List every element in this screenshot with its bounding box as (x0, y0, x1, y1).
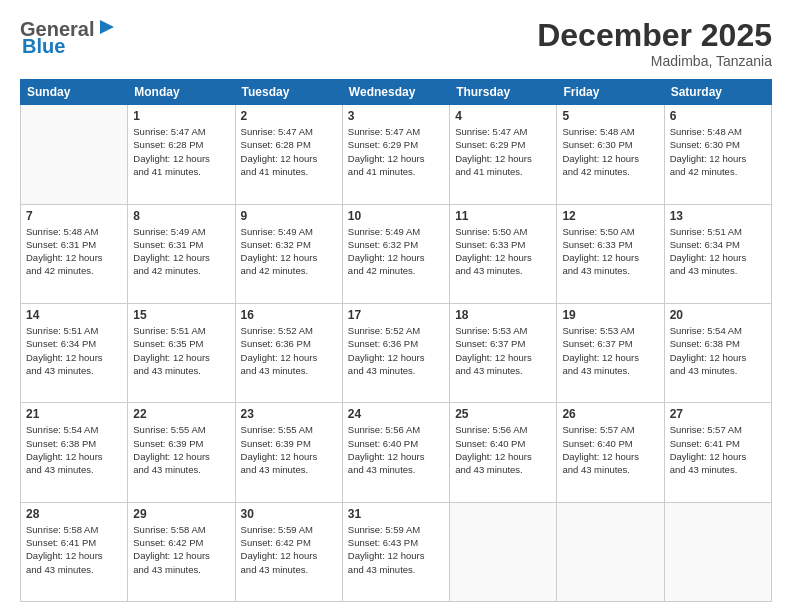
table-row: 22Sunrise: 5:55 AM Sunset: 6:39 PM Dayli… (128, 403, 235, 502)
day-number: 12 (562, 209, 658, 223)
header-sunday: Sunday (21, 80, 128, 105)
table-row: 29Sunrise: 5:58 AM Sunset: 6:42 PM Dayli… (128, 502, 235, 601)
table-row: 28Sunrise: 5:58 AM Sunset: 6:41 PM Dayli… (21, 502, 128, 601)
logo-blue-text: Blue (22, 35, 65, 57)
day-number: 7 (26, 209, 122, 223)
day-number: 16 (241, 308, 337, 322)
day-number: 2 (241, 109, 337, 123)
calendar-week-row: 28Sunrise: 5:58 AM Sunset: 6:41 PM Dayli… (21, 502, 772, 601)
calendar-week-row: 1Sunrise: 5:47 AM Sunset: 6:28 PM Daylig… (21, 105, 772, 204)
calendar-table: Sunday Monday Tuesday Wednesday Thursday… (20, 79, 772, 602)
day-number: 15 (133, 308, 229, 322)
day-number: 1 (133, 109, 229, 123)
calendar-week-row: 14Sunrise: 5:51 AM Sunset: 6:34 PM Dayli… (21, 303, 772, 402)
table-row: 27Sunrise: 5:57 AM Sunset: 6:41 PM Dayli… (664, 403, 771, 502)
table-row: 26Sunrise: 5:57 AM Sunset: 6:40 PM Dayli… (557, 403, 664, 502)
day-info: Sunrise: 5:54 AM Sunset: 6:38 PM Dayligh… (26, 423, 122, 476)
day-number: 5 (562, 109, 658, 123)
table-row (21, 105, 128, 204)
table-row: 19Sunrise: 5:53 AM Sunset: 6:37 PM Dayli… (557, 303, 664, 402)
day-number: 24 (348, 407, 444, 421)
table-row: 13Sunrise: 5:51 AM Sunset: 6:34 PM Dayli… (664, 204, 771, 303)
day-info: Sunrise: 5:49 AM Sunset: 6:32 PM Dayligh… (348, 225, 444, 278)
calendar-header-row: Sunday Monday Tuesday Wednesday Thursday… (21, 80, 772, 105)
table-row: 25Sunrise: 5:56 AM Sunset: 6:40 PM Dayli… (450, 403, 557, 502)
header-thursday: Thursday (450, 80, 557, 105)
table-row: 20Sunrise: 5:54 AM Sunset: 6:38 PM Dayli… (664, 303, 771, 402)
day-number: 8 (133, 209, 229, 223)
day-info: Sunrise: 5:49 AM Sunset: 6:32 PM Dayligh… (241, 225, 337, 278)
day-number: 20 (670, 308, 766, 322)
table-row: 15Sunrise: 5:51 AM Sunset: 6:35 PM Dayli… (128, 303, 235, 402)
table-row: 3Sunrise: 5:47 AM Sunset: 6:29 PM Daylig… (342, 105, 449, 204)
header-tuesday: Tuesday (235, 80, 342, 105)
day-info: Sunrise: 5:51 AM Sunset: 6:34 PM Dayligh… (26, 324, 122, 377)
table-row: 23Sunrise: 5:55 AM Sunset: 6:39 PM Dayli… (235, 403, 342, 502)
day-number: 22 (133, 407, 229, 421)
table-row: 31Sunrise: 5:59 AM Sunset: 6:43 PM Dayli… (342, 502, 449, 601)
day-number: 9 (241, 209, 337, 223)
day-info: Sunrise: 5:48 AM Sunset: 6:30 PM Dayligh… (562, 125, 658, 178)
table-row: 6Sunrise: 5:48 AM Sunset: 6:30 PM Daylig… (664, 105, 771, 204)
day-number: 18 (455, 308, 551, 322)
table-row (450, 502, 557, 601)
day-info: Sunrise: 5:59 AM Sunset: 6:42 PM Dayligh… (241, 523, 337, 576)
day-number: 6 (670, 109, 766, 123)
page: General Blue December 2025 Madimba, Tanz… (0, 0, 792, 612)
day-info: Sunrise: 5:58 AM Sunset: 6:42 PM Dayligh… (133, 523, 229, 576)
day-info: Sunrise: 5:57 AM Sunset: 6:40 PM Dayligh… (562, 423, 658, 476)
day-info: Sunrise: 5:53 AM Sunset: 6:37 PM Dayligh… (455, 324, 551, 377)
month-title: December 2025 (537, 18, 772, 53)
day-number: 31 (348, 507, 444, 521)
day-info: Sunrise: 5:54 AM Sunset: 6:38 PM Dayligh… (670, 324, 766, 377)
day-info: Sunrise: 5:47 AM Sunset: 6:29 PM Dayligh… (348, 125, 444, 178)
table-row: 18Sunrise: 5:53 AM Sunset: 6:37 PM Dayli… (450, 303, 557, 402)
table-row: 1Sunrise: 5:47 AM Sunset: 6:28 PM Daylig… (128, 105, 235, 204)
day-number: 21 (26, 407, 122, 421)
header-friday: Friday (557, 80, 664, 105)
day-info: Sunrise: 5:49 AM Sunset: 6:31 PM Dayligh… (133, 225, 229, 278)
day-info: Sunrise: 5:58 AM Sunset: 6:41 PM Dayligh… (26, 523, 122, 576)
day-info: Sunrise: 5:59 AM Sunset: 6:43 PM Dayligh… (348, 523, 444, 576)
day-info: Sunrise: 5:57 AM Sunset: 6:41 PM Dayligh… (670, 423, 766, 476)
location: Madimba, Tanzania (537, 53, 772, 69)
table-row: 5Sunrise: 5:48 AM Sunset: 6:30 PM Daylig… (557, 105, 664, 204)
day-number: 11 (455, 209, 551, 223)
day-info: Sunrise: 5:51 AM Sunset: 6:34 PM Dayligh… (670, 225, 766, 278)
day-info: Sunrise: 5:56 AM Sunset: 6:40 PM Dayligh… (455, 423, 551, 476)
day-number: 26 (562, 407, 658, 421)
table-row: 11Sunrise: 5:50 AM Sunset: 6:33 PM Dayli… (450, 204, 557, 303)
day-number: 17 (348, 308, 444, 322)
day-info: Sunrise: 5:51 AM Sunset: 6:35 PM Dayligh… (133, 324, 229, 377)
header-saturday: Saturday (664, 80, 771, 105)
table-row: 8Sunrise: 5:49 AM Sunset: 6:31 PM Daylig… (128, 204, 235, 303)
svg-marker-0 (100, 20, 114, 34)
day-info: Sunrise: 5:50 AM Sunset: 6:33 PM Dayligh… (455, 225, 551, 278)
day-number: 19 (562, 308, 658, 322)
day-number: 14 (26, 308, 122, 322)
day-number: 30 (241, 507, 337, 521)
day-number: 29 (133, 507, 229, 521)
day-info: Sunrise: 5:53 AM Sunset: 6:37 PM Dayligh… (562, 324, 658, 377)
day-info: Sunrise: 5:48 AM Sunset: 6:31 PM Dayligh… (26, 225, 122, 278)
day-info: Sunrise: 5:50 AM Sunset: 6:33 PM Dayligh… (562, 225, 658, 278)
table-row: 30Sunrise: 5:59 AM Sunset: 6:42 PM Dayli… (235, 502, 342, 601)
table-row: 7Sunrise: 5:48 AM Sunset: 6:31 PM Daylig… (21, 204, 128, 303)
day-number: 4 (455, 109, 551, 123)
table-row: 4Sunrise: 5:47 AM Sunset: 6:29 PM Daylig… (450, 105, 557, 204)
day-info: Sunrise: 5:52 AM Sunset: 6:36 PM Dayligh… (241, 324, 337, 377)
day-info: Sunrise: 5:47 AM Sunset: 6:28 PM Dayligh… (133, 125, 229, 178)
calendar-week-row: 21Sunrise: 5:54 AM Sunset: 6:38 PM Dayli… (21, 403, 772, 502)
table-row: 2Sunrise: 5:47 AM Sunset: 6:28 PM Daylig… (235, 105, 342, 204)
logo-arrow-icon (98, 18, 116, 40)
day-info: Sunrise: 5:48 AM Sunset: 6:30 PM Dayligh… (670, 125, 766, 178)
day-info: Sunrise: 5:55 AM Sunset: 6:39 PM Dayligh… (241, 423, 337, 476)
day-number: 23 (241, 407, 337, 421)
table-row: 14Sunrise: 5:51 AM Sunset: 6:34 PM Dayli… (21, 303, 128, 402)
day-number: 25 (455, 407, 551, 421)
header-monday: Monday (128, 80, 235, 105)
table-row: 17Sunrise: 5:52 AM Sunset: 6:36 PM Dayli… (342, 303, 449, 402)
calendar-week-row: 7Sunrise: 5:48 AM Sunset: 6:31 PM Daylig… (21, 204, 772, 303)
table-row: 16Sunrise: 5:52 AM Sunset: 6:36 PM Dayli… (235, 303, 342, 402)
day-number: 27 (670, 407, 766, 421)
